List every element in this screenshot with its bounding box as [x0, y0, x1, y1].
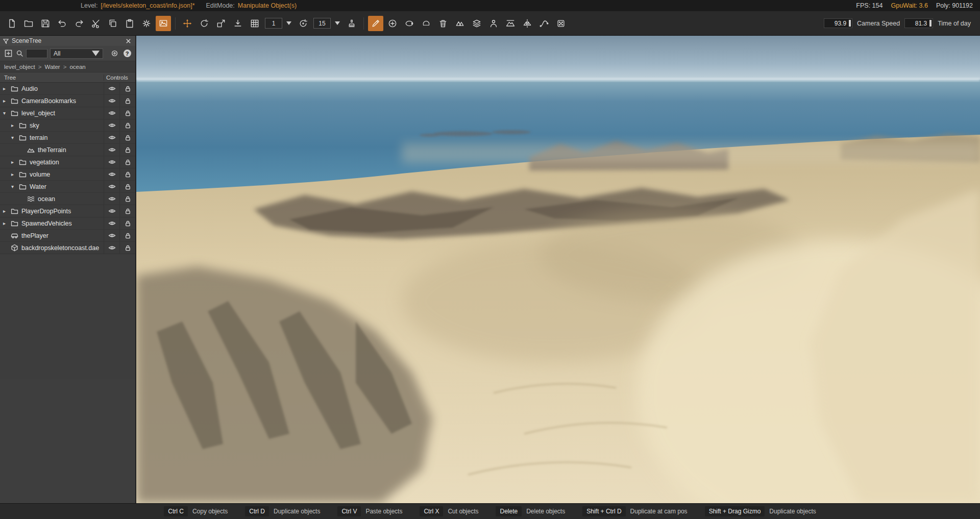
expand-chevron-icon[interactable] [11, 184, 18, 189]
breadcrumb-item[interactable]: level_object [4, 64, 35, 70]
grid-snap-value[interactable]: 1 [265, 18, 282, 29]
forest-tool-button[interactable] [452, 16, 468, 31]
redo-button[interactable] [71, 16, 87, 31]
brush-tool-button[interactable] [368, 16, 383, 31]
visibility-toggle[interactable] [104, 242, 119, 254]
close-panel-button[interactable] [124, 37, 132, 45]
lock-toggle[interactable] [119, 119, 135, 132]
camera-speed-slider[interactable]: 93.9 [824, 18, 852, 28]
visibility-toggle[interactable] [104, 107, 119, 119]
circle-brush-button[interactable] [419, 16, 434, 31]
menu-item[interactable] [42, 0, 51, 11]
spline-tool-button[interactable] [402, 16, 417, 31]
scene-tree-header[interactable]: SceneTree [0, 36, 135, 46]
snap-to-ground-button[interactable] [230, 16, 246, 31]
tree-row[interactable]: ocean [0, 193, 135, 205]
lock-toggle[interactable] [119, 205, 135, 217]
save-button[interactable] [38, 16, 53, 31]
visibility-toggle[interactable] [104, 217, 119, 230]
lock-toggle[interactable] [119, 95, 135, 107]
character-tool-button[interactable] [486, 16, 501, 31]
rotate-snap-button[interactable] [296, 16, 311, 31]
help-button[interactable]: ? [122, 48, 132, 59]
grid-snap-dropdown[interactable] [284, 18, 294, 29]
lock-toggle[interactable] [119, 144, 135, 156]
tree-row[interactable]: volume [0, 168, 135, 181]
lock-toggle[interactable] [119, 230, 135, 242]
expand-chevron-icon[interactable] [11, 135, 18, 140]
lock-toggle[interactable] [119, 156, 135, 168]
filter-dropdown[interactable]: All [50, 48, 103, 59]
breadcrumb-item[interactable]: Water [44, 64, 60, 70]
expand-chevron-icon[interactable] [3, 220, 10, 226]
lock-toggle[interactable] [119, 107, 135, 119]
slider-handle[interactable] [849, 20, 851, 27]
visibility-toggle[interactable] [104, 168, 119, 181]
menu-item[interactable] [5, 0, 14, 11]
rotate-snap-dropdown[interactable] [332, 18, 342, 29]
tree-row[interactable]: PlayerDropPoints [0, 205, 135, 217]
paste-button[interactable] [122, 16, 137, 31]
visibility-toggle[interactable] [104, 193, 119, 205]
menu-item[interactable] [51, 0, 60, 11]
cut-button[interactable] [88, 16, 104, 31]
mirror-tool-button[interactable] [520, 16, 535, 31]
visibility-toggle[interactable] [104, 95, 119, 107]
lock-toggle[interactable] [119, 217, 135, 230]
copy-button[interactable] [105, 16, 120, 31]
visibility-toggle[interactable] [104, 230, 119, 242]
spline-road-button[interactable] [536, 16, 552, 31]
menu-item[interactable] [14, 0, 23, 11]
terrain-sculpt-button[interactable] [503, 16, 518, 31]
tree-row[interactable]: Audio [0, 83, 135, 95]
tree-row[interactable]: theTerrain [0, 144, 135, 156]
visibility-toggle[interactable] [104, 132, 119, 144]
tree-row[interactable]: vegetation [0, 156, 135, 168]
settings-button[interactable] [139, 16, 154, 31]
tree-row[interactable]: CameraBookmarks [0, 95, 135, 107]
lock-toggle[interactable] [119, 168, 135, 181]
open-folder-button[interactable] [21, 16, 36, 31]
random-scatter-button[interactable] [553, 16, 569, 31]
center-on-object-button[interactable] [109, 48, 119, 59]
tree-row[interactable]: backdropskeletoncoast.dae [0, 242, 135, 254]
scene-painter-button[interactable] [156, 16, 171, 31]
stamp-tool-button[interactable] [344, 16, 359, 31]
breadcrumb-item[interactable]: ocean [69, 64, 85, 70]
tree-row[interactable]: thePlayer [0, 230, 135, 242]
scale-tool-button[interactable] [213, 16, 229, 31]
lock-toggle[interactable] [119, 193, 135, 205]
undo-button[interactable] [55, 16, 70, 31]
new-file-button[interactable] [4, 16, 19, 31]
tree-row[interactable]: SpawnedVehicles [0, 217, 135, 230]
search-input[interactable] [26, 49, 47, 58]
tree-row[interactable]: level_object [0, 107, 135, 119]
visibility-toggle[interactable] [104, 119, 119, 132]
menu-item[interactable] [60, 0, 69, 11]
expand-chevron-icon[interactable] [3, 208, 10, 214]
lock-toggle[interactable] [119, 83, 135, 95]
add-object-button[interactable] [3, 48, 13, 59]
viewport-3d[interactable] [136, 36, 980, 503]
layers-tool-button[interactable] [469, 16, 484, 31]
translate-tool-button[interactable] [180, 16, 195, 31]
lock-toggle[interactable] [119, 242, 135, 254]
add-object-button[interactable] [385, 16, 400, 31]
visibility-toggle[interactable] [104, 181, 119, 193]
menu-item[interactable] [23, 0, 33, 11]
expand-chevron-icon[interactable] [11, 122, 18, 128]
visibility-toggle[interactable] [104, 156, 119, 168]
tree-row[interactable]: sky [0, 119, 135, 132]
lock-toggle[interactable] [119, 132, 135, 144]
expand-chevron-icon[interactable] [3, 98, 10, 104]
rotate-snap-value[interactable]: 15 [313, 18, 331, 29]
tree-row[interactable]: Water [0, 181, 135, 193]
slider-handle[interactable] [929, 20, 932, 27]
menu-item[interactable] [33, 0, 42, 11]
delete-button[interactable] [435, 16, 451, 31]
tree-row[interactable]: terrain [0, 132, 135, 144]
grid-snap-button[interactable] [247, 16, 262, 31]
time-of-day-slider[interactable]: 81.3 [904, 18, 933, 28]
visibility-toggle[interactable] [104, 144, 119, 156]
expand-chevron-icon[interactable] [11, 159, 18, 165]
